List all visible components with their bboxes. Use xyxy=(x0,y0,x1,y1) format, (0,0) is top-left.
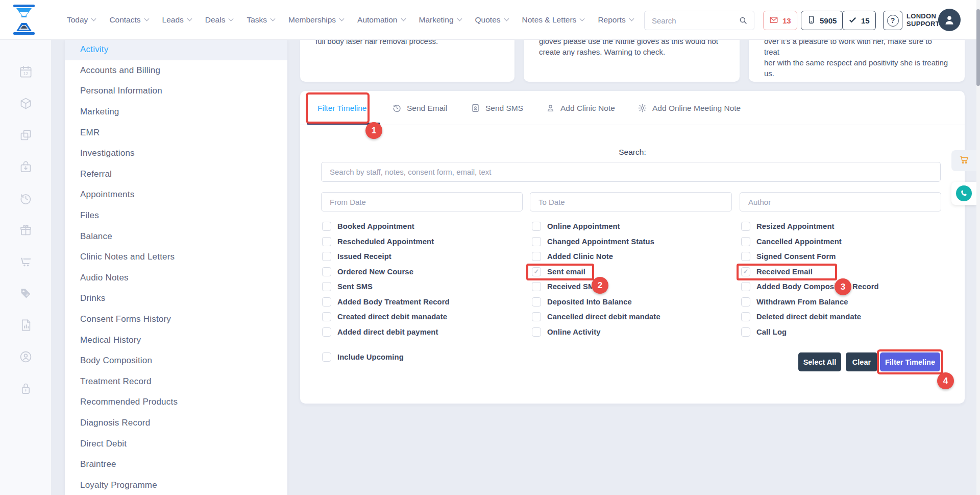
filter-option-sent-sms-checkbox[interactable] xyxy=(322,282,331,291)
tab-send-email[interactable]: Send Email xyxy=(392,91,447,125)
filter-option-include-upcoming-row[interactable]: Include Upcoming xyxy=(322,352,404,362)
filter-option-online-appointment-checkbox[interactable] xyxy=(532,222,541,231)
timeline-search-input[interactable] xyxy=(321,162,941,182)
filter-option-online-activity-row[interactable]: Online Activity xyxy=(532,327,660,337)
filter-option-issued-receipt-row[interactable]: Issued Receipt xyxy=(322,252,450,261)
copy-icon[interactable] xyxy=(19,128,33,142)
cart-widget[interactable] xyxy=(951,150,976,171)
filter-option-online-activity-checkbox[interactable] xyxy=(532,327,541,337)
sidebar-item-referral[interactable]: Referral xyxy=(65,164,287,185)
sidebar-item-diagnosis-record[interactable]: Diagnosis Record xyxy=(65,413,287,434)
help-button[interactable]: ? xyxy=(883,11,902,30)
phone-badge[interactable]: 5905 xyxy=(801,11,843,30)
sidebar-item-medical-history[interactable]: Medical History xyxy=(65,329,287,350)
nav-item-automation[interactable]: Automation xyxy=(357,15,405,25)
package-icon[interactable] xyxy=(19,97,33,110)
filter-option-added-direct-debit-payment-row[interactable]: Added direct debit payment xyxy=(322,327,450,337)
from-date-input[interactable] xyxy=(321,192,523,211)
sidebar-item-direct-debit[interactable]: Direct Debit xyxy=(65,433,287,454)
history-icon[interactable] xyxy=(19,192,33,205)
select-all-button[interactable]: Select All xyxy=(798,352,841,371)
sidebar-item-recommended-products[interactable]: Recommended Products xyxy=(65,392,287,413)
scrollbar-thumb[interactable] xyxy=(976,9,980,86)
sidebar-item-marketing[interactable]: Marketing xyxy=(65,102,287,123)
filter-option-received-email-checkbox[interactable]: ✓ xyxy=(741,267,750,276)
filter-option-cancelled-direct-debit-mandate-row[interactable]: Cancelled direct debit mandate xyxy=(532,312,660,321)
clear-button[interactable]: Clear xyxy=(846,352,877,371)
bag-icon[interactable] xyxy=(19,160,33,174)
email-badge[interactable]: 13 xyxy=(763,11,797,30)
filter-option-resized-appointment-checkbox[interactable] xyxy=(741,222,750,231)
tasks-badge[interactable]: 15 xyxy=(842,11,876,30)
filter-option-cancelled-appointment-row[interactable]: Cancelled Appointment xyxy=(741,237,879,246)
filter-option-signed-consent-form-checkbox[interactable] xyxy=(741,252,750,261)
sidebar-item-drinks[interactable]: Drinks xyxy=(65,288,287,309)
avatar[interactable] xyxy=(938,9,961,31)
tab-filter-timeline[interactable]: Filter Timeline xyxy=(317,91,366,125)
filter-option-ordered-new-course-checkbox[interactable] xyxy=(322,267,331,276)
filter-option-created-direct-debit-manadate-row[interactable]: Created direct debit manadate xyxy=(322,312,450,321)
filter-option-added-clinic-note-row[interactable]: Added Clinic Note xyxy=(532,252,660,261)
sidebar-item-audio-notes[interactable]: Audio Notes xyxy=(65,268,287,289)
sidebar-item-body-composition[interactable]: Body Composition xyxy=(65,350,287,371)
filter-option-added-body-treatment-record-row[interactable]: Added Body Treatment Record xyxy=(322,297,450,307)
filter-option-changed-appointment-status-checkbox[interactable] xyxy=(532,237,541,246)
tag-icon[interactable]: $ xyxy=(19,287,33,300)
nav-item-contacts[interactable]: Contacts xyxy=(109,15,148,25)
lock-icon[interactable] xyxy=(19,382,33,395)
sidebar-item-accounts-and-billing[interactable]: Accounts and Billing xyxy=(65,60,287,81)
filter-option-added-clinic-note-checkbox[interactable] xyxy=(532,252,541,261)
filter-option-created-direct-debit-manadate-checkbox[interactable] xyxy=(322,312,331,321)
sidebar-item-appointments[interactable]: Appointments xyxy=(65,184,287,205)
calendar-icon[interactable]: 12 xyxy=(19,65,33,79)
nav-item-today[interactable]: Today xyxy=(67,15,95,25)
filter-option-deleted-direct-debit-mandate-row[interactable]: Deleted direct debit mandate xyxy=(741,312,879,321)
filter-option-call-log-row[interactable]: Call Log xyxy=(741,327,879,337)
nav-item-tasks[interactable]: Tasks xyxy=(247,15,275,25)
nav-item-notes-letters[interactable]: Notes & Letters xyxy=(522,15,584,25)
nav-item-leads[interactable]: Leads xyxy=(162,15,191,25)
cart-icon[interactable] xyxy=(19,255,33,269)
filter-option-sent-sms-row[interactable]: Sent SMS xyxy=(322,282,450,291)
sidebar-item-loyalty-programme[interactable]: Loyalty Programme xyxy=(65,475,287,495)
global-search-box[interactable] xyxy=(644,11,754,30)
filter-option-booked-appointment-row[interactable]: Booked Appointment xyxy=(322,222,450,231)
nav-item-memberships[interactable]: Memberships xyxy=(288,15,344,25)
filter-option-withdrawn-from-balance-row[interactable]: Withdrawn From Balance xyxy=(741,297,879,307)
filter-option-sent-email-row[interactable]: ✓Sent email xyxy=(532,267,660,276)
sidebar-item-consent-forms-history[interactable]: Consent Forms History xyxy=(65,309,287,330)
filter-option-deposited-into-balance-row[interactable]: Deposited Into Balance xyxy=(532,297,660,307)
nav-item-quotes[interactable]: Quotes xyxy=(475,15,508,25)
filter-option-cancelled-appointment-checkbox[interactable] xyxy=(741,237,750,246)
sidebar-item-activity[interactable]: Activity xyxy=(65,39,287,60)
filter-timeline-button[interactable]: Filter Timeline xyxy=(880,352,940,371)
filter-option-signed-consent-form-row[interactable]: Signed Consent Form xyxy=(741,252,879,261)
filter-option-added-body-composition-record-row[interactable]: Added Body Composition Record xyxy=(741,282,879,291)
gift-icon[interactable] xyxy=(19,223,33,237)
nav-item-reports[interactable]: Reports xyxy=(598,15,633,25)
filter-option-online-appointment-row[interactable]: Online Appointment xyxy=(532,222,660,231)
nav-item-marketing[interactable]: Marketing xyxy=(419,15,461,25)
filter-option-deposited-into-balance-checkbox[interactable] xyxy=(532,297,541,307)
filter-option-include-upcoming-checkbox[interactable] xyxy=(322,352,331,362)
tab-add-online-meeting-note[interactable]: Add Online Meeting Note xyxy=(638,91,741,125)
app-logo-icon[interactable] xyxy=(12,5,36,35)
filter-option-added-body-composition-record-checkbox[interactable] xyxy=(741,282,750,291)
filter-option-rescheduled-appointment-checkbox[interactable] xyxy=(322,237,331,246)
filter-option-received-email-row[interactable]: ✓Received Email xyxy=(741,267,879,276)
report-icon[interactable] xyxy=(19,318,33,332)
filter-option-withdrawn-from-balance-checkbox[interactable] xyxy=(741,297,750,307)
sidebar-item-emr[interactable]: EMR xyxy=(65,122,287,143)
call-widget[interactable] xyxy=(951,182,976,205)
search-icon[interactable] xyxy=(732,16,754,25)
filter-option-booked-appointment-checkbox[interactable] xyxy=(322,222,331,231)
filter-option-sent-email-checkbox[interactable]: ✓ xyxy=(532,267,541,276)
filter-option-received-sms-checkbox[interactable] xyxy=(532,282,541,291)
nav-item-deals[interactable]: Deals xyxy=(205,15,233,25)
filter-option-cancelled-direct-debit-mandate-checkbox[interactable] xyxy=(532,312,541,321)
filter-option-resized-appointment-row[interactable]: Resized Appointment xyxy=(741,222,879,231)
filter-option-added-direct-debit-payment-checkbox[interactable] xyxy=(322,327,331,337)
filter-option-changed-appointment-status-row[interactable]: Changed Appointment Status xyxy=(532,237,660,246)
filter-option-issued-receipt-checkbox[interactable] xyxy=(322,252,331,261)
filter-option-ordered-new-course-row[interactable]: Ordered New Course xyxy=(322,267,450,276)
